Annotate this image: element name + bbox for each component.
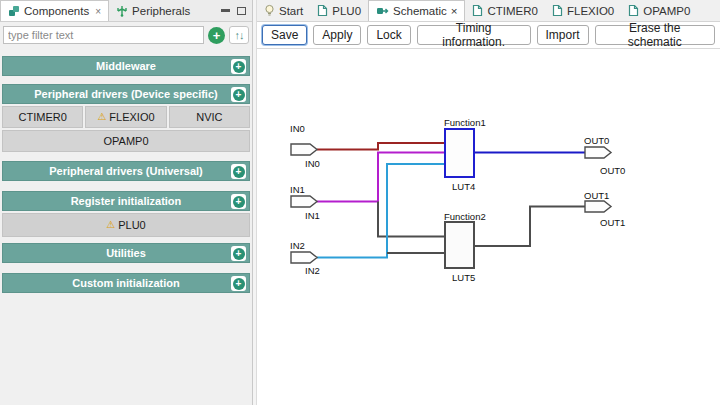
function2-block[interactable] <box>445 222 474 268</box>
section-middleware: Middleware + <box>2 56 250 76</box>
wire-in0-to-lut4[interactable] <box>317 143 445 150</box>
section-register-init: Register initialization + ⚠ PLU0 <box>2 191 250 237</box>
plus-icon: + <box>233 61 245 73</box>
component-label: OPAMP0 <box>103 135 148 147</box>
tab-components-label: Components <box>24 5 89 17</box>
section-header-middleware[interactable]: Middleware + <box>2 56 250 76</box>
port-in0-label-top: IN0 <box>290 123 305 134</box>
section-label: Peripheral drivers (Universal) <box>49 165 202 177</box>
expand-utilities-button[interactable]: + <box>231 246 246 261</box>
tab-start[interactable]: Start <box>257 0 310 21</box>
schematic-canvas[interactable]: Function1 LUT4 Function2 LUT5 IN0 IN0 IN… <box>257 49 720 405</box>
file-icon <box>317 4 328 17</box>
section-custom-init: Custom initialization + <box>2 273 250 293</box>
expand-custom-init-button[interactable]: + <box>231 276 246 291</box>
apply-button[interactable]: Apply <box>313 25 361 45</box>
port-out0[interactable] <box>585 147 611 158</box>
section-peripheral-device: Peripheral drivers (Device specific) + C… <box>2 84 250 152</box>
device-items-grid: CTIMER0 ⚠ FLEXIO0 NVIC OPAMP0 <box>2 106 250 152</box>
tab-schematic[interactable]: Schematic × <box>368 0 465 21</box>
wire-in1-to-lut4[interactable] <box>317 153 445 202</box>
wire-in2-to-lut4[interactable] <box>317 164 445 258</box>
plus-icon: + <box>233 89 245 101</box>
editor-tabbar: Start PLU0 Schematic × <box>257 0 720 22</box>
tab-components[interactable]: Components × <box>0 0 109 21</box>
timing-information-button[interactable]: Timing information. <box>417 25 531 45</box>
editor-panel: Start PLU0 Schematic × <box>257 0 720 405</box>
wire-in1-to-lut5[interactable] <box>378 202 445 237</box>
minimize-icon[interactable] <box>221 7 230 12</box>
port-in0-label-bottom: IN0 <box>305 158 320 169</box>
schematic-icon <box>376 5 389 17</box>
tab-ctimer0[interactable]: CTIMER0 <box>465 0 544 21</box>
sort-icon: ↑↓ <box>235 29 244 41</box>
expand-middleware-button[interactable]: + <box>231 59 246 74</box>
tab-plu0[interactable]: PLU0 <box>310 0 368 21</box>
port-in1[interactable] <box>291 196 317 207</box>
section-header-register-init[interactable]: Register initialization + <box>2 191 250 211</box>
import-button[interactable]: Import <box>537 25 589 45</box>
port-in1-label-top: IN1 <box>290 184 305 195</box>
port-in2[interactable] <box>291 252 317 263</box>
component-item-flexio0[interactable]: ⚠ FLEXIO0 <box>85 106 166 128</box>
component-item-nvic[interactable]: NVIC <box>169 106 250 128</box>
plus-icon: + <box>233 278 245 290</box>
tab-schematic-close-icon[interactable]: × <box>451 5 458 17</box>
section-peripheral-universal: Peripheral drivers (Universal) + <box>2 161 250 181</box>
function1-block[interactable] <box>445 129 474 177</box>
app-window: Components × Peripherals + ↑↓ <box>0 0 720 405</box>
port-in0[interactable] <box>291 144 317 155</box>
section-header-utilities[interactable]: Utilities + <box>2 243 250 263</box>
plus-icon: + <box>233 196 245 208</box>
file-icon <box>628 4 639 17</box>
port-in2-label-bottom: IN2 <box>305 265 320 276</box>
wire-lut5-to-out1[interactable] <box>474 207 585 247</box>
save-button[interactable]: Save <box>262 25 307 45</box>
expand-peripheral-universal-button[interactable]: + <box>231 164 246 179</box>
section-header-peripheral-universal[interactable]: Peripheral drivers (Universal) + <box>2 161 250 181</box>
component-label: CTIMER0 <box>19 111 67 123</box>
function1-title: Function1 <box>444 117 486 128</box>
schematic-svg: Function1 LUT4 Function2 LUT5 IN0 IN0 IN… <box>257 49 719 405</box>
port-out1-label-bottom: OUT1 <box>600 217 625 228</box>
function2-title: Function2 <box>444 211 486 222</box>
peripherals-icon <box>116 5 128 17</box>
section-label: Utilities <box>106 247 146 259</box>
sort-button[interactable]: ↑↓ <box>229 26 249 44</box>
tab-peripherals[interactable]: Peripherals <box>109 0 197 21</box>
tab-flexio0[interactable]: FLEXIO0 <box>545 0 621 21</box>
component-item-ctimer0[interactable]: CTIMER0 <box>2 106 83 128</box>
component-item-plu0[interactable]: ⚠ PLU0 <box>2 213 250 237</box>
maximize-icon[interactable] <box>237 7 246 15</box>
section-header-custom-init[interactable]: Custom initialization + <box>2 273 250 293</box>
add-component-button[interactable]: + <box>208 27 225 44</box>
port-out0-label-bottom: OUT0 <box>600 165 625 176</box>
file-icon <box>552 4 563 17</box>
filter-input[interactable] <box>3 26 204 44</box>
port-out1[interactable] <box>585 201 611 212</box>
tab-label: OPAMP0 <box>643 5 690 17</box>
file-icon <box>472 4 483 17</box>
tab-components-close-icon[interactable]: × <box>95 6 101 17</box>
tab-opamp0[interactable]: OPAMP0 <box>621 0 697 21</box>
expand-peripheral-device-button[interactable]: + <box>231 87 246 102</box>
lightbulb-icon <box>264 4 275 17</box>
plus-icon: + <box>213 29 221 42</box>
component-label: FLEXIO0 <box>109 111 154 123</box>
section-label: Custom initialization <box>72 277 180 289</box>
erase-schematic-button[interactable]: Erase the schematic <box>595 25 715 45</box>
component-label: NVIC <box>196 111 222 123</box>
warning-icon: ⚠ <box>106 220 115 230</box>
function1-type-label: LUT4 <box>452 181 475 192</box>
tab-peripherals-label: Peripherals <box>132 5 190 17</box>
lock-button[interactable]: Lock <box>367 25 410 45</box>
component-item-opamp0[interactable]: OPAMP0 <box>2 130 250 152</box>
port-in2-label-top: IN2 <box>290 240 305 251</box>
panel-window-controls <box>221 0 246 22</box>
left-tabbar: Components × Peripherals <box>0 0 252 22</box>
section-label: Peripheral drivers (Device specific) <box>34 88 217 100</box>
section-header-peripheral-device[interactable]: Peripheral drivers (Device specific) + <box>2 84 250 104</box>
expand-register-init-button[interactable]: + <box>231 194 246 209</box>
port-out0-label-top: OUT0 <box>584 135 609 146</box>
section-label: Register initialization <box>71 195 182 207</box>
